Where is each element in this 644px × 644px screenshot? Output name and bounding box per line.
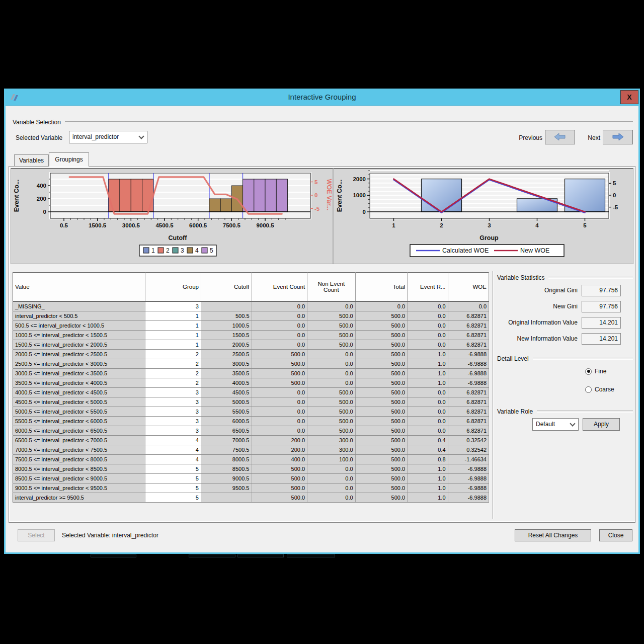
table-cell: 0.4 <box>408 445 448 455</box>
table-row: 6000.5 <= interval_predictor < 6500.5365… <box>13 426 489 436</box>
svg-text:-5: -5 <box>613 204 618 210</box>
table-cell: 5000.5 <box>201 397 252 407</box>
group-cell[interactable]: 2 <box>145 378 201 388</box>
group-cell[interactable]: 3 <box>145 417 201 426</box>
svg-text:9000.5: 9000.5 <box>256 222 274 228</box>
footer-status: Selected Variable: interval_predictor <box>62 532 158 539</box>
group-cell[interactable]: 3 <box>145 407 201 417</box>
table-stats-divider <box>493 271 494 519</box>
table-cell: 500.0 <box>252 369 307 378</box>
table-cell: 0.0 <box>408 426 448 436</box>
table-cell: 5500.5 <= interval_predictor < 6000.5 <box>13 417 145 426</box>
table-cell: -6.9888 <box>448 484 489 493</box>
table-cell: 5500.5 <box>201 407 252 417</box>
table-cell: 300.0 <box>307 436 356 445</box>
column-header-total[interactable]: Total <box>355 273 408 302</box>
table-cell: 6.82871 <box>448 331 489 340</box>
table-cell: 7000.5 <box>201 436 252 445</box>
table-cell: -6.9888 <box>448 474 489 484</box>
group-cell[interactable]: 2 <box>145 350 201 359</box>
detail-level-radio-coarse[interactable]: Coarse <box>585 386 614 393</box>
svg-text:200: 200 <box>37 196 46 202</box>
selected-variable-dropdown[interactable]: interval_predictor <box>69 131 147 143</box>
group-cell[interactable]: 4 <box>145 445 201 455</box>
table-cell: 0.0 <box>252 426 307 436</box>
reset-all-changes-button[interactable]: Reset All Changes <box>515 529 591 541</box>
table-cell: 200.0 <box>252 436 307 445</box>
group-cell[interactable]: 1 <box>145 331 201 340</box>
variable-role-label: Variable Role <box>497 408 533 415</box>
variable-role-dropdown[interactable]: Default <box>532 418 579 431</box>
next-button[interactable] <box>603 130 633 144</box>
svg-text:2: 2 <box>440 222 443 228</box>
table-cell: 1.0 <box>408 350 448 359</box>
group-cell[interactable]: 5 <box>145 484 201 493</box>
table-cell: 500.0 <box>355 407 408 417</box>
group-cell[interactable]: 4 <box>145 455 201 464</box>
table-row: 9000.5 <= interval_predictor < 9500.5595… <box>13 484 489 493</box>
table-cell: 0.0 <box>307 369 356 378</box>
radio-icon <box>585 368 592 375</box>
svg-text:Calculated WOE: Calculated WOE <box>442 247 489 254</box>
group-cell[interactable]: 2 <box>145 369 201 378</box>
arrow-left-icon <box>554 133 566 140</box>
table-row: 5000.5 <= interval_predictor < 5500.5355… <box>13 407 489 417</box>
column-header-value[interactable]: Value <box>13 273 145 302</box>
table-cell: 500.0 <box>355 464 408 474</box>
table-cell: 7500.5 <box>201 445 252 455</box>
group-cell[interactable]: 3 <box>145 388 201 397</box>
column-header-event-r[interactable]: Event R... <box>408 273 448 302</box>
table-cell: 0.0 <box>252 331 307 340</box>
table-cell: 500.0 <box>355 331 408 340</box>
table-cell: 1.0 <box>408 474 448 484</box>
group-cell[interactable]: 3 <box>145 426 201 436</box>
column-header-non-event-count[interactable]: Non Event Count <box>307 273 356 302</box>
table-cell: 500.0 <box>355 321 408 331</box>
column-header-cutoff[interactable]: Cutoff <box>201 273 252 302</box>
table-cell: 500.0 <box>355 378 408 388</box>
table-cell: 1500.5 <= interval_predictor < 2000.5 <box>13 340 145 350</box>
column-header-group[interactable]: Group <box>145 273 201 302</box>
select-button[interactable]: Select <box>18 529 55 541</box>
background-window-remnant <box>91 554 136 557</box>
group-cell[interactable]: 1 <box>145 321 201 331</box>
table-cell: 500.0 <box>307 311 356 321</box>
table-cell <box>201 301 252 311</box>
table-cell: 0.0 <box>252 311 307 321</box>
previous-button[interactable] <box>545 130 575 144</box>
stat-value-new-gini: 97.756 <box>582 301 621 312</box>
detail-level-radio-fine[interactable]: Fine <box>585 368 606 375</box>
table-cell: 8500.5 <box>201 464 252 474</box>
table-cell: -6.9888 <box>448 378 489 388</box>
group-cell[interactable]: 5 <box>145 493 201 503</box>
cutoff-woe-chart[interactable]: 0.51500.53000.54500.56000.57500.59000.50… <box>12 169 333 264</box>
radio-icon <box>585 386 592 393</box>
column-header-woe[interactable]: WOE <box>448 273 489 302</box>
group-cell[interactable]: 1 <box>145 311 201 321</box>
table-cell: 500.0 <box>355 426 408 436</box>
table-cell: 500.0 <box>355 340 408 350</box>
group-cell[interactable]: 5 <box>145 474 201 484</box>
table-cell: 500.0 <box>355 436 408 445</box>
close-window-button[interactable]: X <box>620 90 638 104</box>
table-row: 500.5 <= interval_predictor < 1000.51100… <box>13 321 489 331</box>
tab-variables-label: Variables <box>19 157 44 164</box>
group-cell[interactable]: 1 <box>145 340 201 350</box>
table-cell: 0.0 <box>252 407 307 417</box>
close-button[interactable]: Close <box>599 529 632 541</box>
svg-text:-5: -5 <box>314 206 320 212</box>
tab-groupings[interactable]: Groupings <box>49 152 89 167</box>
group-cell[interactable]: 3 <box>145 397 201 407</box>
group-cell[interactable]: 3 <box>145 301 201 311</box>
table-cell: 3500.5 <box>201 369 252 378</box>
charts-divider <box>333 169 334 264</box>
column-header-event-count[interactable]: Event Count <box>252 273 307 302</box>
section-rule <box>537 411 633 413</box>
tab-variables[interactable]: Variables <box>14 154 49 167</box>
group-cell[interactable]: 2 <box>145 359 201 369</box>
group-cell[interactable]: 4 <box>145 436 201 445</box>
group-woe-chart[interactable]: 12345010002000-505Event Co...GroupCalcul… <box>335 169 632 264</box>
table-cell: 1.0 <box>408 464 448 474</box>
group-cell[interactable]: 5 <box>145 464 201 474</box>
apply-button[interactable]: Apply <box>583 418 620 431</box>
